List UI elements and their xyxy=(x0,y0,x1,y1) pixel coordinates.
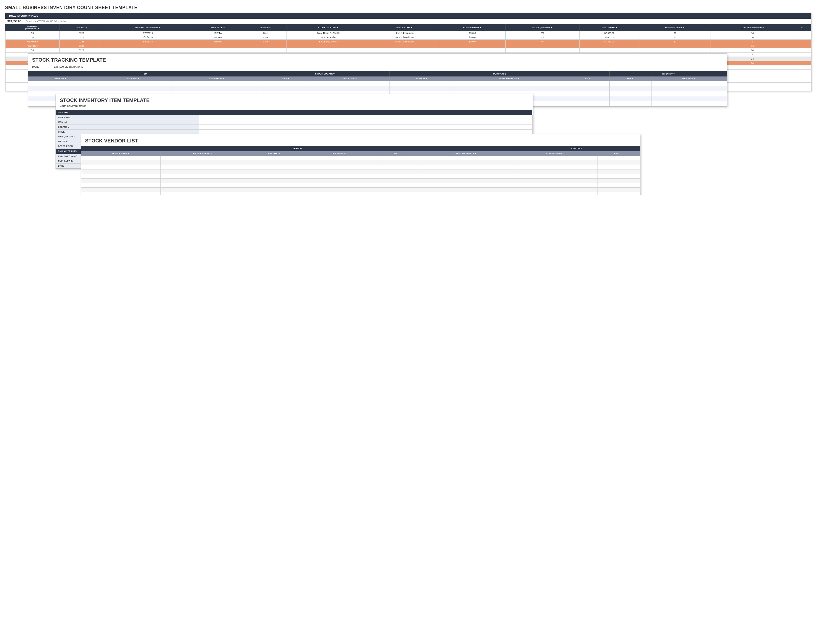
stock-vendor-list-title: STOCK VENDOR LIST xyxy=(81,134,640,146)
table-row: REORDERC1235/20/2016ITEM CCole Basement,… xyxy=(6,40,811,44)
total-inventory-note: *Based upon TOTAL VALUE fields, below. xyxy=(25,20,67,23)
stock-tracking-title: STOCK TRACKING TEMPLATE xyxy=(28,53,727,64)
stock-vendor-list-sheet: STOCK VENDOR LIST VENDOR CONTACT VENDOR … xyxy=(81,134,640,195)
table-row xyxy=(81,174,640,179)
group-stock-location: STOCK LOCATION xyxy=(261,71,390,77)
table-row: OKB1235/20/2016ITEM BCole Outdoor Pallet… xyxy=(6,35,811,40)
group-inventory: INVENTORY xyxy=(609,71,727,77)
sub-email: EMA... ▼ xyxy=(597,151,640,156)
sheets-container: TOTAL INVENTORY VALUE $13,550.00 *Based … xyxy=(5,13,828,190)
page-title: SMALL BUSINESS INVENTORY COUNT SHEET TEM… xyxy=(5,5,828,10)
sub-qty: QTY ▼ xyxy=(609,77,651,81)
table-row: OKA1235/20/2016ITEM ACole Store Room A, … xyxy=(6,31,811,35)
field-price: PRICE xyxy=(56,130,532,134)
col-cost: COST PER ITEM xyxy=(439,24,505,31)
total-inventory-bar: TOTAL INVENTORY VALUE xyxy=(5,13,811,19)
inventory-table-header: REORDER(auto-fill) ITEM NO. DATE OF LAST… xyxy=(6,24,811,31)
signature-label: EMPLOYEE SIGNATURE xyxy=(54,65,83,68)
table-row xyxy=(81,192,640,195)
vendor-group-header: VENDOR CONTACT xyxy=(81,146,640,151)
table-row xyxy=(28,86,727,91)
sub-contact-name: CONTACT NAME ▼ xyxy=(514,151,597,156)
col-item-no: ITEM NO. xyxy=(60,24,103,31)
col-reorder: REORDER(auto-fill) xyxy=(6,24,60,31)
sub-shelf-bin: SHELF / BIN ▼ xyxy=(310,77,389,81)
sub-vendor-item-no: VENDOR ITEM NO. ▼ xyxy=(454,77,565,81)
col-item-name: ITEM NAME xyxy=(192,24,244,31)
item-info-section-header: ITEM INFO xyxy=(56,110,532,115)
col-location: STOCK LOCATION xyxy=(287,24,370,31)
col-date: DATE OF LAST ORDER xyxy=(103,24,192,31)
col-total-value: TOTAL VALUE xyxy=(579,24,639,31)
table-row xyxy=(28,81,727,86)
col-reorder-level: REORDER LEVEL xyxy=(639,24,711,31)
total-inventory-value: $13,550.00 xyxy=(7,20,21,23)
tracking-sub-header: ITEM NO. ▼ ITEM NAME ▼ DESCRIPTION ▼ ARE… xyxy=(28,77,727,81)
stock-inventory-item-title: STOCK INVENTORY ITEM TEMPLATE xyxy=(56,94,532,104)
sub-cost: COST ▼ xyxy=(377,151,417,156)
col-it: IT... xyxy=(794,24,811,31)
col-vendor: VENDOR xyxy=(244,24,287,31)
field-item-no: ITEM NO. xyxy=(56,120,532,125)
col-stock-qty: STOCK QUANTITY xyxy=(506,24,579,31)
table-row: REORDERD123 14 xyxy=(6,44,811,48)
group-vendor: VENDOR xyxy=(81,146,514,151)
sub-vendor: VENDOR ▼ xyxy=(390,77,454,81)
vendor-table: VENDOR CONTACT VENDOR NAME ▼ PRODUCT NAM… xyxy=(81,146,640,195)
sub-description: DESCRIPTION ▼ xyxy=(171,77,261,81)
sub-unit: UNIT ▼ xyxy=(565,77,609,81)
total-inventory-label: TOTAL INVENTORY VALUE xyxy=(7,14,40,18)
sub-vendor-name: VENDOR NAME ▼ xyxy=(81,151,161,156)
sheet2-meta: DATE EMPLOYEE SIGNATURE xyxy=(28,64,727,71)
vendor-sub-header: VENDOR NAME ▼ PRODUCT NAME ▼ WEB LINK ▼ … xyxy=(81,151,640,156)
table-row xyxy=(81,188,640,192)
col-days-reorder: DAYS PER REORDER xyxy=(711,24,794,31)
col-description: DESCRIPTION xyxy=(370,24,439,31)
sub-vendor-description: DESCRIPTION ▼ xyxy=(303,151,377,156)
group-item: ITEM xyxy=(28,71,261,77)
sub-web-link: WEB LINK ▼ xyxy=(245,151,303,156)
date-label: DATE xyxy=(32,65,39,68)
sub-product-name: PRODUCT NAME ▼ xyxy=(160,151,245,156)
total-inventory-value-row: $13,550.00 *Based upon TOTAL VALUE field… xyxy=(5,19,811,24)
field-item-name: ITEM NAME xyxy=(56,115,532,120)
company-name-label: YOUR COMPANY NAME xyxy=(56,104,532,110)
table-row: OKE123 30 xyxy=(6,48,811,53)
sub-item-area: ITEM AREA ▼ xyxy=(651,77,727,81)
sub-area: AREA ▼ xyxy=(261,77,310,81)
table-row xyxy=(81,169,640,174)
sub-item-name: ITEM NAME ▼ xyxy=(94,77,171,81)
table-row xyxy=(81,156,640,160)
table-row xyxy=(81,179,640,183)
table-row xyxy=(81,160,640,165)
table-row xyxy=(81,183,640,188)
sub-lead-time: LEAD TIME IN DAYS ▼ xyxy=(417,151,514,156)
field-location: LOCATION xyxy=(56,125,532,130)
sub-item-no: ITEM NO. ▼ xyxy=(28,77,94,81)
group-contact: CONTACT xyxy=(514,146,640,151)
tracking-group-header: ITEM STOCK LOCATION PURCHASE INVENTORY xyxy=(28,71,727,77)
table-row xyxy=(81,165,640,169)
group-purchase: PURCHASE xyxy=(390,71,609,77)
